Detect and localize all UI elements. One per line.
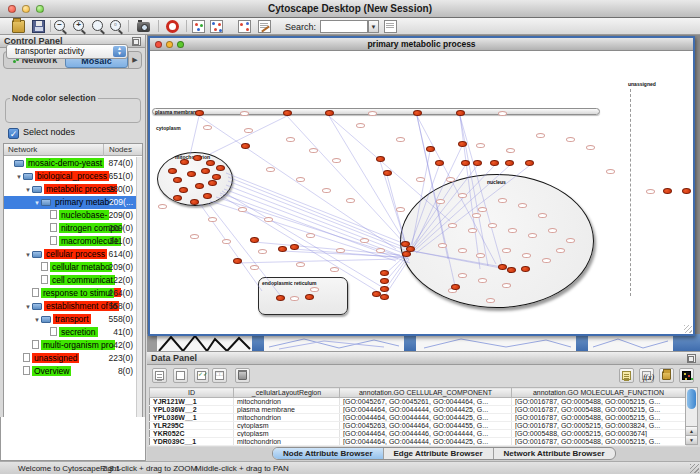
tree-item[interactable]: cell communicat22(0) [4, 274, 136, 287]
network-node[interactable] [233, 258, 242, 264]
tree-item[interactable]: macromolecule311(0) [4, 235, 136, 248]
tab-node-attribute-browser[interactable]: Node Attribute Browser [273, 448, 384, 459]
network-node[interactable] [179, 187, 188, 193]
unselect-all-attributes-icon[interactable]: □□ [212, 368, 227, 383]
attribute-matrix-icon[interactable] [679, 368, 694, 383]
delete-attribute-icon[interactable] [235, 368, 250, 383]
network-node[interactable] [458, 141, 467, 147]
tree-item[interactable]: cellular metabo209(0) [4, 261, 136, 274]
network-node[interactable] [201, 168, 210, 174]
search-dropdown-icon[interactable]: ▼ [368, 20, 379, 33]
network-node[interactable] [435, 160, 444, 166]
network-window-titlebar[interactable]: primary metabolic process [150, 38, 693, 51]
network-node[interactable] [383, 170, 392, 176]
network-node[interactable] [402, 251, 411, 257]
network-node[interactable] [380, 270, 389, 276]
node-color-select[interactable]: transporter activity ▲▼ [6, 44, 128, 59]
create-attribute-icon[interactable] [173, 368, 188, 383]
tab-overflow-icon[interactable]: ▶ [128, 52, 141, 68]
network-node[interactable] [290, 244, 299, 250]
network-node[interactable] [241, 143, 250, 149]
network-node[interactable] [426, 146, 435, 152]
network-overview-icon[interactable] [192, 20, 205, 33]
maximize-icon[interactable] [36, 5, 44, 13]
tab-edge-attribute-browser[interactable]: Edge Attribute Browser [384, 448, 494, 459]
network-node[interactable] [376, 156, 385, 162]
network-node[interactable] [461, 160, 470, 166]
snapshot-icon[interactable] [137, 22, 150, 32]
tab-network-attribute-browser[interactable]: Network Attribute Browser [494, 448, 615, 459]
search-config-icon[interactable] [384, 20, 397, 33]
network-node[interactable] [195, 110, 204, 116]
network-node[interactable] [168, 168, 177, 174]
minimize-icon[interactable] [22, 5, 30, 13]
network-node[interactable] [203, 193, 212, 199]
tree-item[interactable]: secretion41(0) [4, 326, 136, 339]
window-minimize-icon[interactable] [166, 41, 173, 48]
network-node[interactable] [216, 165, 225, 171]
network-node[interactable] [521, 266, 530, 272]
network-node[interactable] [187, 171, 196, 177]
save-icon[interactable] [32, 20, 45, 33]
select-attributes-icon[interactable] [152, 368, 167, 383]
float-panel-icon[interactable] [132, 37, 141, 46]
tree-item[interactable]: ▼primary metabo209(... [4, 196, 136, 209]
help-icon[interactable] [166, 20, 179, 33]
table-row[interactable]: YDR039C__1mitochondrion[GO:0044464, GO:0… [150, 438, 686, 446]
window-maximize-icon[interactable] [177, 41, 184, 48]
function-builder-icon[interactable]: f(x) [639, 368, 654, 383]
tree-item[interactable]: ▼biological_process651(0) [4, 170, 136, 183]
tree-item[interactable]: ▼transport558(0) [4, 313, 136, 326]
network-node[interactable] [283, 110, 292, 116]
tree-item[interactable]: nucleobase-209(0) [4, 209, 136, 222]
network-node[interactable] [490, 160, 499, 166]
zoom-fit-icon[interactable]: ▫ [110, 20, 121, 31]
attribute-table[interactable]: ID_cellularLayoutRegionannotation.GO CEL… [149, 387, 686, 446]
network-node[interactable] [206, 160, 215, 166]
zoom-in-icon[interactable]: + [73, 20, 84, 31]
network-node[interactable] [173, 195, 182, 201]
network-node[interactable] [380, 278, 389, 284]
annotation-icon[interactable] [258, 20, 271, 33]
tree-item[interactable]: mosaic-demo-yeast874(0) [4, 157, 136, 170]
network-node[interactable] [325, 110, 334, 116]
network-node[interactable] [413, 110, 422, 116]
tree-item[interactable]: ▼cellular process614(0) [4, 248, 136, 261]
network-view-window[interactable]: primary metabolic process plasma membran… [148, 36, 695, 336]
network-node[interactable] [498, 264, 507, 270]
network-node[interactable] [278, 246, 287, 252]
open-icon[interactable] [12, 20, 25, 33]
network-node[interactable] [505, 160, 514, 166]
scroll-down-icon[interactable]: ▼ [686, 435, 697, 444]
table-column-header[interactable]: annotation.GO MOLECULAR_FUNCTION [512, 388, 686, 398]
network-node[interactable] [451, 284, 460, 290]
network-node[interactable] [507, 267, 516, 273]
tree-item[interactable]: ▼metabolic process280(0) [4, 183, 136, 196]
network-node[interactable] [276, 295, 285, 301]
network-node[interactable] [208, 180, 217, 186]
select-nodes-checkbox[interactable]: ✓Select nodes [8, 127, 75, 139]
app-resize-grip[interactable] [690, 464, 699, 473]
network-node[interactable] [173, 177, 182, 183]
network-node[interactable] [473, 160, 482, 166]
network-node[interactable] [190, 199, 199, 205]
network-node[interactable] [663, 188, 672, 194]
import-attributes-icon[interactable] [659, 368, 674, 383]
tree-item[interactable]: nitrogen compo209(0) [4, 222, 136, 235]
close-icon[interactable] [8, 5, 16, 13]
network-node[interactable] [193, 155, 202, 161]
network-canvas[interactable]: plasma membrane cytoplasm mitochondrion … [150, 51, 693, 334]
scrollbar-thumb[interactable] [687, 389, 696, 409]
select-all-attributes-icon[interactable]: ✓✓ [194, 368, 209, 383]
network-node[interactable] [305, 294, 314, 300]
table-row[interactable]: YPL036W__1mitochondrion[GO:0044464, GO:0… [150, 414, 686, 422]
filter-icon[interactable] [238, 20, 251, 33]
table-row[interactable]: YPL036W__2plasma membrane[GO:0044464, GO… [150, 406, 686, 414]
network-node[interactable] [250, 237, 259, 243]
table-row[interactable]: YKR052Ccytoplasm[GO:0044464, GO:0044446,… [150, 430, 686, 438]
window-resize-grip[interactable] [684, 325, 692, 333]
table-column-header[interactable]: _cellularLayoutRegion [234, 388, 340, 398]
network-node[interactable] [380, 294, 389, 300]
table-column-header[interactable]: ID [150, 388, 234, 398]
network-node[interactable] [195, 183, 204, 189]
